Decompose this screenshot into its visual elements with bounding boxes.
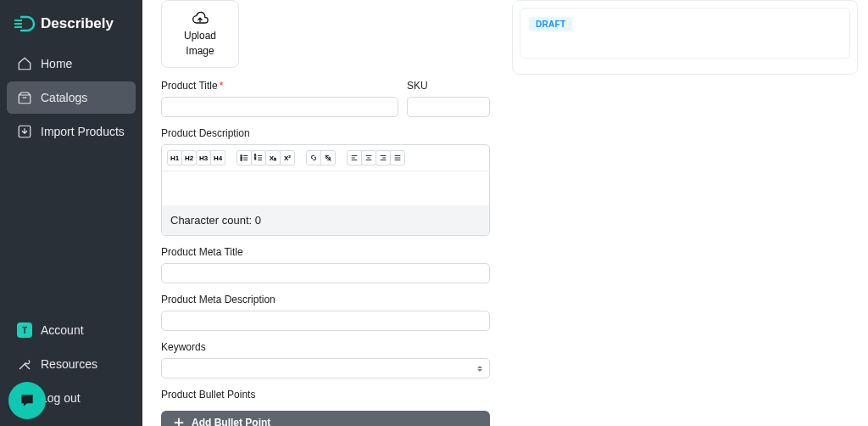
stepper-icon [477, 366, 482, 372]
status-panel: DRAFT [512, 0, 858, 75]
plus-icon [173, 417, 185, 426]
account-avatar-icon: T [17, 322, 32, 338]
sidebar-item-account[interactable]: T Account [7, 314, 136, 346]
ordered-list-button[interactable]: 12 [251, 150, 266, 165]
brand-logo: Describely [7, 10, 136, 48]
svg-point-4 [241, 160, 242, 161]
align-left-button[interactable] [347, 150, 362, 165]
meta-description-label: Product Meta Description [161, 294, 490, 305]
main-content: Upload Image Product Title* SKU Product … [142, 0, 868, 426]
tools-icon [17, 356, 32, 372]
meta-title-input[interactable] [161, 263, 490, 283]
heading-h2-button[interactable]: H2 [181, 150, 197, 165]
sku-input[interactable] [407, 97, 490, 117]
add-bullet-label: Add Bullet Point [192, 417, 270, 426]
subscript-button[interactable]: X₂ [265, 150, 281, 165]
sidebar-item-label: Home [41, 57, 72, 70]
product-title-label: Product Title* [161, 80, 398, 92]
keywords-select[interactable] [161, 358, 490, 378]
sidebar-item-home[interactable]: Home [7, 48, 136, 80]
bullet-list-button[interactable] [236, 150, 252, 165]
character-count: Character count: 0 [162, 205, 489, 235]
brand-logo-icon [14, 15, 36, 32]
add-bullet-point-button[interactable]: Add Bullet Point [161, 411, 490, 426]
svg-point-2 [241, 155, 242, 157]
cloud-upload-icon [192, 10, 209, 27]
bullet-points-label: Product Bullet Points [161, 389, 490, 401]
upload-image-button[interactable]: Upload Image [161, 0, 239, 68]
link-button[interactable] [306, 150, 321, 165]
description-editor: H1 H2 H3 H4 12 X₂ X² [161, 144, 490, 236]
heading-h1-button[interactable]: H1 [167, 150, 182, 165]
chat-icon [19, 392, 36, 409]
product-description-label: Product Description [161, 127, 490, 139]
sidebar-item-label: Import Products [41, 125, 125, 138]
editor-toolbar: H1 H2 H3 H4 12 X₂ X² [162, 145, 489, 171]
svg-text:2: 2 [254, 157, 256, 160]
catalog-icon [17, 90, 32, 105]
brand-name: Describely [41, 15, 114, 32]
sku-label: SKU [407, 80, 490, 92]
sidebar: Describely Home Catalogs Import Products… [0, 0, 142, 426]
sidebar-item-label: Catalogs [41, 91, 87, 104]
sidebar-item-catalogs[interactable]: Catalogs [7, 81, 136, 114]
home-icon [17, 56, 32, 71]
align-justify-button[interactable] [390, 150, 405, 165]
svg-point-3 [241, 157, 242, 159]
keywords-label: Keywords [161, 341, 490, 353]
align-right-button[interactable] [376, 150, 391, 165]
description-textarea[interactable] [162, 171, 489, 205]
sidebar-item-label: Log out [41, 391, 81, 405]
heading-h3-button[interactable]: H3 [196, 150, 211, 165]
sidebar-item-resources[interactable]: Resources [7, 348, 136, 380]
import-icon [17, 124, 32, 139]
upload-label-line2: Image [186, 46, 214, 58]
meta-title-label: Product Meta Title [161, 246, 490, 258]
svg-rect-0 [19, 95, 31, 104]
sidebar-item-label: Resources [41, 357, 97, 371]
sidebar-item-import-products[interactable]: Import Products [7, 115, 136, 148]
heading-h4-button[interactable]: H4 [210, 150, 225, 165]
unlink-button[interactable] [320, 150, 336, 165]
upload-label-line1: Upload [184, 31, 216, 42]
product-form: Upload Image Product Title* SKU Product … [153, 0, 498, 426]
sidebar-item-label: Account [41, 323, 84, 337]
align-center-button[interactable] [361, 150, 376, 165]
status-inner: DRAFT [520, 8, 850, 59]
superscript-button[interactable]: X² [280, 150, 295, 165]
product-title-input[interactable] [161, 97, 398, 117]
draft-badge: DRAFT [529, 17, 572, 31]
meta-description-input[interactable] [161, 311, 490, 331]
chat-launcher[interactable] [8, 382, 46, 419]
